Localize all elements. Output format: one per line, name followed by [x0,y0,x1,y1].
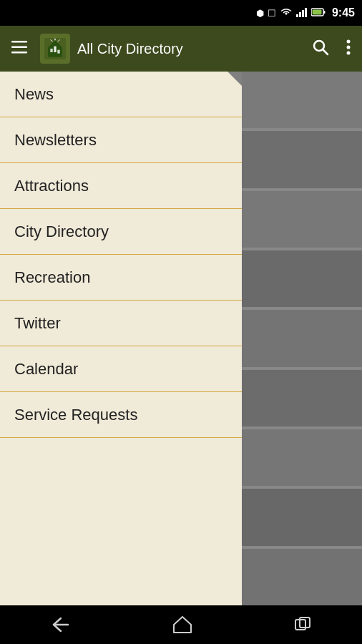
bluetooth-icon: ⬢ [256,8,264,19]
svg-rect-5 [323,11,325,14]
svg-rect-3 [305,8,307,17]
menu-item-newsletters[interactable]: Newsletters [0,117,242,163]
menu-item-twitter-label: Twitter [14,314,61,333]
home-button[interactable] [159,610,206,639]
menu-item-attractions[interactable]: Attractions [0,163,242,209]
svg-rect-8 [11,47,27,49]
app-bar-actions [306,33,356,64]
menu-item-service-requests-label: Service Requests [14,406,137,424]
svg-rect-0 [296,14,298,17]
bottom-nav [0,605,362,644]
thumbnail-5 [242,310,362,366]
menu-item-calendar[interactable]: Calendar [0,346,242,392]
main-content: News Newsletters Attractions City Direct… [0,72,362,605]
thumbnail-4 [242,250,362,307]
recents-button[interactable] [280,611,326,638]
menu-item-attractions-label: Attractions [14,177,89,195]
menu-item-recreation[interactable]: Recreation [0,255,242,301]
thumbnail-6 [242,370,362,426]
app-logo-inner [44,39,66,59]
app-bar: All City Directory [0,26,362,72]
svg-point-22 [347,52,351,55]
thumbnail-8 [242,489,362,545]
menu-item-calendar-label: Calendar [14,360,78,379]
svg-rect-9 [11,52,27,54]
svg-rect-6 [312,9,321,14]
back-button[interactable] [36,611,85,638]
svg-marker-24 [174,617,191,633]
svg-line-19 [323,50,328,55]
svg-rect-12 [50,49,52,52]
svg-rect-2 [302,10,304,17]
app-title: All City Directory [77,41,306,57]
svg-rect-7 [11,41,27,43]
menu-panel: News Newsletters Attractions City Direct… [0,72,242,605]
battery-icon [311,8,326,19]
menu-item-recreation-label: Recreation [14,268,90,287]
svg-point-21 [347,46,351,49]
menu-item-city-directory[interactable]: City Directory [0,209,242,255]
menu-item-service-requests[interactable]: Service Requests [0,392,242,438]
thumbnail-1 [242,72,362,128]
signal-icon [296,7,308,19]
menu-item-news[interactable]: News [0,72,242,117]
thumbnail-2 [242,131,362,187]
hamburger-button[interactable] [6,35,33,62]
status-time: 9:45 [332,6,355,19]
status-bar: ⬢ ☐ 9:45 [0,0,362,26]
svg-rect-14 [57,50,59,54]
svg-rect-13 [54,47,56,52]
menu-item-news-label: News [14,85,54,104]
menu-item-twitter[interactable]: Twitter [0,301,242,346]
app-logo [40,34,70,64]
status-icons: ⬢ ☐ 9:45 [256,6,355,19]
thumbnail-7 [242,429,362,486]
svg-point-20 [347,40,351,44]
more-options-button[interactable] [341,33,356,64]
triangle-indicator [228,72,242,86]
menu-item-city-directory-label: City Directory [14,223,109,241]
thumbnail-3 [242,191,362,248]
wifi-icon [280,7,293,19]
svg-rect-1 [299,12,301,17]
right-panel [242,72,362,605]
phone-icon: ☐ [268,8,276,19]
menu-item-newsletters-label: Newsletters [14,131,97,150]
search-button[interactable] [306,33,335,64]
thumbnail-9 [242,549,362,605]
